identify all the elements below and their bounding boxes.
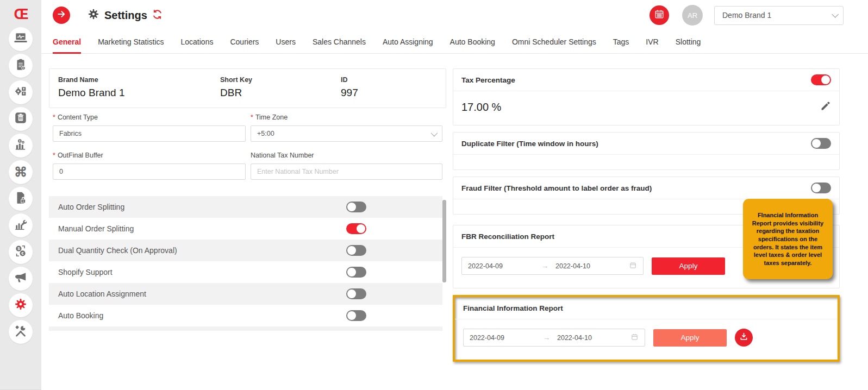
financial-report-highlight: Financial Information Report 2022-04-09 … [453,295,840,362]
tab-sales-channels[interactable]: Sales Channels [313,37,366,53]
command-icon: ⌘ [14,166,27,179]
auto-order-splitting-toggle[interactable] [346,202,366,212]
outfinal-buffer-input[interactable] [53,163,246,180]
toggle-row-shopify-support: Shopify Support [49,261,442,283]
tab-users[interactable]: Users [276,37,296,53]
shopify-support-toggle[interactable] [346,267,366,278]
duplicate-filter-card: Duplicate Filter (Time window in hours) [453,132,840,170]
time-zone-select[interactable]: +5:00 [251,125,442,142]
toggle-label: Manual Order Splitting [58,224,346,233]
tax-percentage-card: Tax Percentage 17.00 % [453,68,840,125]
dashboard-monitor-icon [14,31,28,47]
tax-percentage-toggle[interactable] [811,74,831,85]
tab-auto-assigning[interactable]: Auto Assigning [383,37,433,53]
analytics-gear-icon [14,137,28,154]
fbr-date-range-picker[interactable]: 2022-04-09 → 2022-04-10 [461,257,644,275]
brand-name-label: Brand Name [58,76,220,84]
national-tax-number-input[interactable] [251,163,442,180]
financial-end-date[interactable]: 2022-04-10 [557,334,630,342]
tools-icon [14,324,28,340]
sidebar-item-report-tools[interactable] [9,213,33,237]
sidebar: Œ ⌘ $€ [0,0,41,390]
download-icon [739,331,749,344]
duplicate-filter-toggle[interactable] [811,138,831,149]
chevron-down-icon [832,11,839,18]
toggle-label: Shopify Support [58,268,346,276]
report-tools-icon [14,217,28,234]
tab-ivr[interactable]: IVR [646,37,658,53]
financial-report-tooltip: FInancial Information Report provides vi… [743,199,833,279]
fbr-report-label: FBR Reconciliation Report [461,232,554,241]
tab-marketing-statistics[interactable]: Marketing Statistics [98,37,164,53]
financial-apply-button[interactable]: Apply [653,329,727,347]
brand-info-card: Brand Name Demo Brand 1 Short Key DBR ID… [49,68,446,108]
toggle-list-scrollbar[interactable] [442,200,446,282]
tab-general[interactable]: General [53,37,81,53]
sidebar-item-fulfillment[interactable] [9,80,33,104]
secure-document-icon [14,191,28,207]
financial-report-label: Financial Information Report [463,304,563,312]
auto-location-assignment-toggle[interactable] [346,288,366,299]
tab-couriers[interactable]: Couriers [230,37,259,53]
feature-toggle-list: Auto Order Splitting Manual Order Splitt… [49,196,446,331]
duplicate-filter-label: Duplicate Filter (Time window in hours) [461,140,598,148]
calendar-icon [629,261,637,271]
chevron-down-icon [431,129,438,136]
tax-percentage-label: Tax Percentage [461,76,515,84]
main-area: Settings AR Demo Brand 1 General Marketi… [41,0,868,390]
avatar[interactable]: AR [682,5,703,26]
content-type-label: *Content Type [53,114,246,121]
tab-auto-booking[interactable]: Auto Booking [450,37,495,53]
refresh-icon[interactable] [152,9,163,22]
currency-exchange-icon: $€ [14,244,28,260]
calendar-button[interactable] [650,5,669,25]
financial-download-button[interactable] [735,329,753,347]
sidebar-item-dashboard[interactable] [9,27,33,51]
tax-percentage-value: 17.00 % [461,101,501,114]
sidebar-item-analytics[interactable] [9,134,33,158]
brand-name-value: Demo Brand 1 [58,87,220,99]
toggle-row-auto-order-splitting: Auto Order Splitting [49,196,442,218]
fbr-end-date[interactable]: 2022-04-10 [555,262,629,270]
national-tax-number-label: National Tax Number [251,152,442,159]
sidebar-item-trash[interactable] [9,107,33,131]
id-value: 997 [341,87,437,99]
sidebar-item-secure-documents[interactable] [9,187,33,211]
fraud-filter-toggle[interactable] [811,183,831,193]
edit-pencil-icon[interactable] [820,100,831,114]
toggle-row-manual-order-splitting: Manual Order Splitting [49,218,442,240]
sidebar-item-settings[interactable] [9,293,33,317]
svg-text:€: € [21,251,24,256]
fbr-apply-button[interactable]: Apply [652,257,725,275]
general-settings-left-column: Brand Name Demo Brand 1 Short Key DBR ID… [49,68,446,362]
content-type-input[interactable] [53,125,246,142]
financial-date-range-picker[interactable]: 2022-04-09 → 2022-04-10 [463,329,645,347]
sidebar-item-announcements[interactable] [9,267,33,291]
auto-booking-toggle[interactable] [346,310,366,321]
id-label: ID [341,76,437,84]
tab-omni-scheduler-settings[interactable]: Omni Scheduler Settings [512,37,596,53]
required-marker: * [53,114,55,121]
announcements-icon [14,271,28,287]
brand-settings-form: *Content Type *Time Zone +5:00 *OutFinal… [53,114,446,190]
sidebar-item-orders[interactable] [9,54,33,78]
sidebar-expand-button[interactable] [53,7,70,24]
tab-tags[interactable]: Tags [613,37,629,53]
time-zone-label: *Time Zone [251,114,442,121]
financial-start-date[interactable]: 2022-04-09 [470,334,543,342]
sidebar-item-command[interactable]: ⌘ [9,160,33,184]
sidebar-item-tools[interactable] [9,320,33,344]
svg-text:$: $ [17,246,20,251]
tab-slotting[interactable]: Slotting [676,37,701,53]
dual-quantity-check-toggle[interactable] [346,245,366,256]
short-key-label: Short Key [220,76,341,84]
tab-locations[interactable]: Locations [181,37,214,53]
toggle-row-dual-quantity-check: Dual Quantity Check (On Approval) [49,240,442,261]
sidebar-item-currency-exchange[interactable]: $€ [9,240,33,264]
fbr-start-date[interactable]: 2022-04-09 [468,262,541,270]
brand-dropdown-value: Demo Brand 1 [722,11,771,20]
toggle-row-auto-booking: Auto Booking [49,305,442,326]
manual-order-splitting-toggle[interactable] [346,223,366,234]
brand-dropdown[interactable]: Demo Brand 1 [714,6,844,25]
arrow-right-icon [57,9,66,21]
